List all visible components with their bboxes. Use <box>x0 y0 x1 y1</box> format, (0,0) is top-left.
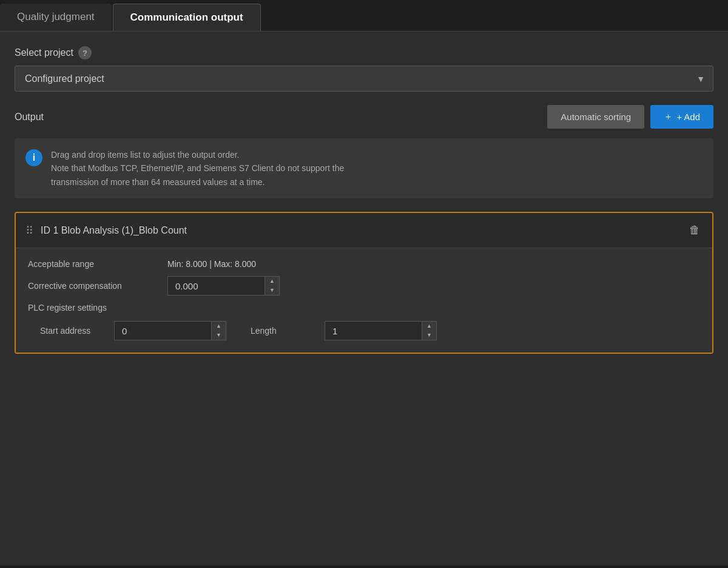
length-spinners: ▲ ▼ <box>422 321 437 340</box>
corrective-compensation-input[interactable] <box>167 276 265 296</box>
length-up[interactable]: ▲ <box>422 322 436 331</box>
item-left-1: ⠿ ID 1 Blob Analysis (1)_Blob Count <box>25 224 187 237</box>
delete-icon-1[interactable]: 🗑 <box>687 221 703 239</box>
length-field: Length ▲ ▼ <box>251 321 437 340</box>
corrective-compensation-down[interactable]: ▼ <box>265 286 279 295</box>
acceptable-range-value: Min: 8.000 | Max: 8.000 <box>167 259 256 269</box>
item-title-1: ID 1 Blob Analysis (1)_Blob Count <box>41 225 187 236</box>
output-row: Output Automatic sorting ＋ + Add <box>15 105 713 129</box>
auto-sort-button[interactable]: Automatic sorting <box>547 105 644 129</box>
add-button[interactable]: ＋ + Add <box>650 105 713 129</box>
project-dropdown[interactable]: Configured project <box>15 66 713 92</box>
corrective-compensation-label: Corrective compensation <box>28 281 167 291</box>
tab-quality[interactable]: Quality judgment <box>0 4 112 31</box>
start-address-input-group: ▲ ▼ <box>114 321 226 340</box>
plc-row: Start address ▲ ▼ Length <box>28 321 700 340</box>
acceptable-range-row: Acceptable range Min: 8.000 | Max: 8.000 <box>28 259 700 269</box>
add-label: + Add <box>676 112 700 122</box>
output-buttons: Automatic sorting ＋ + Add <box>547 105 713 129</box>
tab-communication[interactable]: Communication output <box>113 4 261 31</box>
start-address-label: Start address <box>40 326 107 336</box>
add-plus-icon: ＋ <box>664 111 673 123</box>
start-address-field: Start address ▲ ▼ <box>40 321 226 340</box>
item-header-1: ⠿ ID 1 Blob Analysis (1)_Blob Count 🗑 <box>16 213 712 248</box>
item-details-1: Acceptable range Min: 8.000 | Max: 8.000… <box>16 248 712 353</box>
info-box: i Drag and drop items list to adjust the… <box>15 138 713 198</box>
select-project-row: Select project ? <box>15 46 713 59</box>
corrective-compensation-spinners: ▲ ▼ <box>265 276 280 296</box>
corrective-compensation-up[interactable]: ▲ <box>265 277 279 286</box>
start-address-up[interactable]: ▲ <box>212 322 226 331</box>
output-label: Output <box>15 112 44 123</box>
item-card-1: ⠿ ID 1 Blob Analysis (1)_Blob Count 🗑 Ac… <box>15 212 713 354</box>
acceptable-range-label: Acceptable range <box>28 259 167 269</box>
length-down[interactable]: ▼ <box>422 331 436 340</box>
length-input-group: ▲ ▼ <box>325 321 437 340</box>
start-address-input[interactable] <box>114 321 211 340</box>
length-label: Length <box>251 326 317 336</box>
start-address-down[interactable]: ▼ <box>212 331 226 340</box>
project-dropdown-wrapper: Configured project ▼ <box>15 66 713 92</box>
info-text: Drag and drop items list to adjust the o… <box>51 148 344 189</box>
corrective-compensation-input-group: ▲ ▼ <box>167 276 280 296</box>
main-content: Select project ? Configured project ▼ Ou… <box>0 32 728 566</box>
select-project-label: Select project <box>15 47 73 58</box>
corrective-compensation-row: Corrective compensation ▲ ▼ <box>28 276 700 296</box>
plc-register-label: PLC register settings <box>28 303 700 313</box>
info-icon: i <box>25 149 42 166</box>
start-address-spinners: ▲ ▼ <box>211 321 226 340</box>
length-input[interactable] <box>325 321 422 340</box>
tab-bar: Quality judgment Communication output <box>0 0 728 32</box>
drag-handle-icon[interactable]: ⠿ <box>25 224 33 237</box>
help-icon[interactable]: ? <box>78 46 92 59</box>
